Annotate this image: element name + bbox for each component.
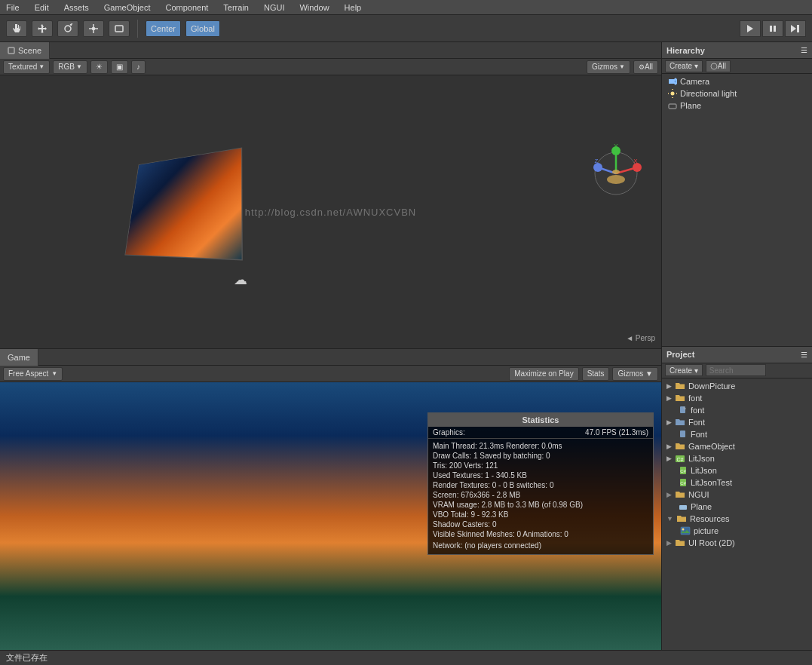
project-create-btn[interactable]: Create ▾ xyxy=(665,364,703,376)
display-mode-btn[interactable]: Textured ▼ xyxy=(3,60,50,74)
tool-rotate[interactable] xyxy=(57,20,78,37)
menu-gameobject[interactable]: GameObject xyxy=(101,3,154,12)
hierarchy-title: Hierarchy xyxy=(666,46,705,55)
proj-item-label: Resources xyxy=(690,514,730,523)
left-panel: Scene Textured ▼ RGB ▼ ☀ ▣ ♪ xyxy=(0,42,661,650)
stats-header: Statistics xyxy=(428,413,653,427)
game-gizmos-btn[interactable]: Gizmos ▼ xyxy=(612,367,658,381)
hierarchy-create-btn[interactable]: Create ▾ xyxy=(665,60,703,72)
stat-vram: VRAM usage: 2.8 MB to 3.3 MB (of 0.98 GB… xyxy=(433,501,648,509)
tool-scale[interactable] xyxy=(83,20,104,37)
tab-game[interactable]: Game xyxy=(0,349,38,366)
proj-item-ngui[interactable]: ▶ NGUI xyxy=(662,489,812,501)
svg-point-24 xyxy=(612,170,620,174)
menu-edit[interactable]: Edit xyxy=(32,3,52,12)
svg-rect-8 xyxy=(770,26,772,32)
color-mode-btn[interactable]: RGB ▼ xyxy=(53,60,87,74)
play-button[interactable] xyxy=(740,20,761,37)
scene-img-btn[interactable]: ▣ xyxy=(111,60,128,74)
hierarchy-menu-btn[interactable]: ☰ xyxy=(801,46,807,54)
menu-help[interactable]: Help xyxy=(342,3,365,12)
proj-item-font-file[interactable]: font xyxy=(662,404,812,416)
project-header: Project ☰ xyxy=(662,347,812,363)
proj-item-font-folder[interactable]: ▶ font xyxy=(662,392,812,404)
gizmos-btn[interactable]: Gizmos ▼ xyxy=(587,60,630,74)
svg-text:C#: C# xyxy=(680,469,686,473)
proj-item-label: LitJsonTest xyxy=(691,478,732,487)
pause-button[interactable] xyxy=(762,20,783,37)
stats-btn[interactable]: Stats xyxy=(582,367,610,381)
aspect-dropdown[interactable]: Free Aspect ▼ xyxy=(3,367,63,381)
arrow-icon: ▶ xyxy=(666,443,672,450)
svg-text:Y: Y xyxy=(614,143,618,149)
proj-item-label: NGUI xyxy=(688,490,709,499)
svg-rect-9 xyxy=(774,26,776,32)
project-search-input[interactable] xyxy=(706,364,766,376)
proj-item-label: font xyxy=(688,394,702,403)
game-panel: Game Free Aspect ▼ Maximize on Play Stat… xyxy=(0,348,661,650)
stat-draw-calls: Draw Calls: 1 Saved by batching: 0 xyxy=(433,452,648,460)
svg-point-26 xyxy=(671,92,675,96)
proj-item-Font-file[interactable]: Font xyxy=(662,428,812,440)
tab-scene[interactable]: Scene xyxy=(0,42,50,59)
proj-item-picture[interactable]: picture xyxy=(662,525,812,537)
menu-ngui[interactable]: NGUI xyxy=(261,3,288,12)
stat-render-textures: Render Textures: 0 - 0 B switches: 0 xyxy=(433,481,648,489)
scene-view[interactable]: ☁ X Y Z xyxy=(0,75,661,348)
hierarchy-all-btn[interactable]: All xyxy=(706,60,731,72)
svg-marker-10 xyxy=(791,25,796,32)
arrow-icon-collapsed: ▶ xyxy=(666,539,672,547)
menu-terrain[interactable]: Terrain xyxy=(220,3,252,12)
separator-1 xyxy=(137,20,138,38)
proj-item-Font-folder[interactable]: ▶ Font xyxy=(662,416,812,428)
global-label: Global xyxy=(191,24,215,33)
proj-item-litjson-folder[interactable]: ▶ C# LitJson xyxy=(662,452,812,464)
stat-shadow: Shadow Casters: 0 xyxy=(433,520,648,529)
game-toolbar: Free Aspect ▼ Maximize on Play Stats Giz… xyxy=(0,366,661,382)
step-button[interactable] xyxy=(785,20,806,37)
proj-item-label: Font xyxy=(691,430,707,439)
tool-move[interactable] xyxy=(32,20,53,37)
menu-assets[interactable]: Assets xyxy=(61,3,92,12)
game-tabs: Game xyxy=(0,349,661,366)
project-menu-btn[interactable]: ☰ xyxy=(801,351,807,359)
persp-label: ◄ Persp xyxy=(626,334,655,342)
menu-file[interactable]: File xyxy=(3,3,23,12)
all-btn[interactable]: ⚙ All xyxy=(633,60,658,74)
proj-item-litjson-file[interactable]: C# LitJson xyxy=(662,464,812,477)
proj-item-litjsontest[interactable]: C# LitJsonTest xyxy=(662,477,812,489)
svg-point-25 xyxy=(711,63,717,69)
proj-item-resources[interactable]: ▼ Resources xyxy=(662,513,812,525)
proj-item-label: Plane xyxy=(691,502,712,511)
svg-rect-33 xyxy=(680,431,685,437)
svg-text:Z: Z xyxy=(595,158,599,164)
arrow-icon-collapsed: ▶ xyxy=(666,491,672,498)
global-button[interactable]: Global xyxy=(185,20,220,37)
center-button[interactable]: Center xyxy=(146,20,181,37)
maximize-btn[interactable]: Maximize on Play xyxy=(509,367,578,381)
scene-fx-btn[interactable]: ☀ xyxy=(90,60,108,74)
game-view: Statistics Graphics: 47.0 FPS (21.3ms) M… xyxy=(0,382,661,650)
tool-rect[interactable] xyxy=(109,20,130,37)
svg-text:C#: C# xyxy=(680,481,686,486)
proj-item-uiroot[interactable]: ▶ UI Root (2D) xyxy=(662,537,812,549)
play-controls xyxy=(740,20,806,37)
tool-hand[interactable] xyxy=(6,20,27,37)
proj-item-downpicture[interactable]: ▶ DownPicture xyxy=(662,380,812,392)
menu-component[interactable]: Component xyxy=(162,3,211,12)
hierarchy-item-plane[interactable]: Plane xyxy=(662,100,812,112)
hierarchy-item-camera[interactable]: Camera xyxy=(662,75,812,87)
scene-audio-btn[interactable]: ♪ xyxy=(131,60,146,74)
proj-item-plane[interactable]: Plane xyxy=(662,501,812,513)
svg-rect-12 xyxy=(8,48,14,54)
scene-gizmo: X Y Z xyxy=(586,143,646,211)
stats-overlay: Statistics Graphics: 47.0 FPS (21.3ms) M… xyxy=(427,412,654,555)
proj-item-gameobject[interactable]: ▶ GameObject xyxy=(662,440,812,452)
svg-rect-40 xyxy=(679,505,687,510)
main-layout: Scene Textured ▼ RGB ▼ ☀ ▣ ♪ xyxy=(0,42,812,650)
stat-screen: Screen: 676x366 - 2.8 MB xyxy=(433,491,648,499)
svg-text:X: X xyxy=(633,158,638,164)
hierarchy-list: Camera Directional light Plane xyxy=(662,74,812,346)
hierarchy-item-dirlight[interactable]: Directional light xyxy=(662,87,812,100)
menu-window[interactable]: Window xyxy=(296,3,332,12)
